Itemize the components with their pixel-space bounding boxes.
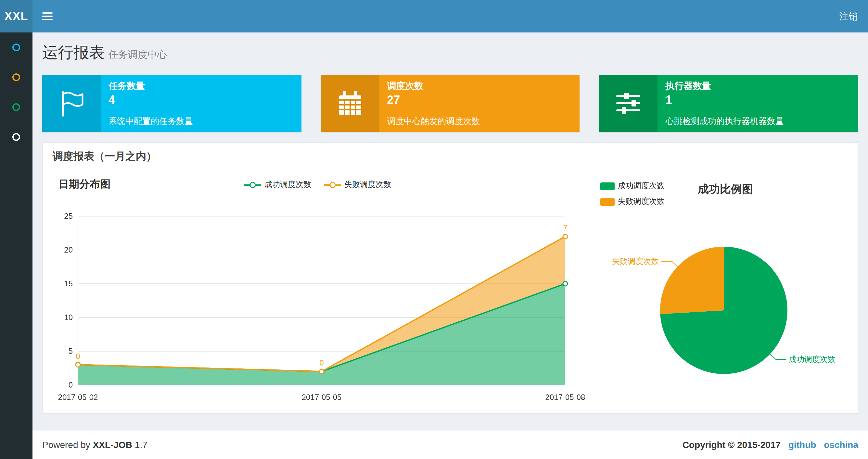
sidebar-item-3[interactable] [0, 92, 32, 122]
svg-text:25: 25 [64, 211, 73, 221]
content-header: 运行报表任务调度中心 [32, 32, 868, 63]
svg-text:20: 20 [64, 245, 73, 254]
hamburger-icon [42, 10, 52, 22]
svg-text:0: 0 [68, 381, 73, 389]
svg-text:0: 0 [319, 358, 323, 367]
sidebar-item-4[interactable] [0, 122, 32, 152]
svg-text:15: 15 [64, 279, 73, 288]
app-window: XXL 注销 运行报表任务调度中心 [0, 0, 868, 459]
footer-copyright: Copyright © 2015-2017 github oschina [683, 439, 858, 450]
pie-legend-icon [600, 182, 615, 190]
oschina-link[interactable]: oschina [824, 439, 858, 450]
footer: Powered by XXL-JOB 1.7 Copyright © 2015-… [32, 430, 868, 459]
svg-text:7: 7 [563, 223, 567, 232]
svg-text:2017-05-08: 2017-05-08 [546, 393, 585, 401]
svg-text:成功调度次数: 成功调度次数 [789, 355, 836, 364]
brand-text: XXL-JOB [93, 439, 132, 450]
logout-link[interactable]: 注销 [829, 0, 868, 32]
success-ratio-chart: 成功调度次数失败调度次数 [586, 220, 851, 379]
pie-chart-title: 成功比例图 [698, 182, 753, 197]
page-title-text: 运行报表 [42, 43, 104, 61]
info-box-value: 27 [387, 94, 572, 107]
line-legend-icon [324, 181, 341, 189]
info-box-description: 系统中配置的任务数量 [108, 116, 293, 127]
report-panel: 调度报表（一月之内） 日期分布图 成功调度次数 [42, 142, 858, 414]
page-subtitle: 任务调度中心 [108, 49, 167, 60]
sidebar [0, 32, 32, 459]
main-content: 运行报表任务调度中心 任务数量 4 系统中配置的任务数量 [32, 32, 868, 459]
version-text: 1.7 [135, 439, 148, 450]
circle-icon [12, 133, 20, 141]
info-box-content: 调度次数 27 调度中心触发的调度次数 [379, 75, 580, 132]
success-ratio-section: 成功调度次数 失败调度次数 成功比例图 成功调度次数失败调度次数 [586, 178, 851, 406]
app-logo[interactable]: XXL [0, 0, 32, 32]
legend-label: 成功调度次数 [265, 179, 311, 190]
line-legend-icon [244, 181, 261, 189]
line-chart-title: 日期分布图 [50, 178, 111, 190]
legend-item-success[interactable]: 成功调度次数 [244, 179, 311, 190]
info-box-label: 执行器数量 [665, 80, 850, 92]
top-navbar: XXL 注销 [0, 0, 868, 32]
circle-icon [12, 103, 20, 111]
sidebar-toggle-button[interactable] [32, 0, 62, 32]
calendar-icon [321, 75, 379, 132]
flag-icon [42, 75, 101, 132]
info-box-description: 心跳检测成功的执行器机器数量 [665, 116, 850, 127]
svg-text:失败调度次数: 失败调度次数 [612, 257, 659, 265]
legend-item-fail[interactable]: 失败调度次数 [324, 179, 391, 190]
circle-icon [12, 43, 20, 51]
sliders-icon [599, 75, 658, 132]
info-box-task-count: 任务数量 4 系统中配置的任务数量 [42, 75, 301, 132]
info-box-content: 任务数量 4 系统中配置的任务数量 [101, 75, 301, 132]
date-distribution-chart: 05101520252017-05-022017-05-052017-05-08… [50, 197, 582, 406]
sidebar-item-2[interactable] [0, 62, 32, 92]
footer-powered-by: Powered by XXL-JOB 1.7 [42, 439, 148, 450]
info-box-executor-count: 执行器数量 1 心跳检测成功的执行器机器数量 [599, 75, 858, 132]
github-link[interactable]: github [788, 439, 816, 450]
svg-text:2017-05-05: 2017-05-05 [302, 393, 342, 401]
copyright-text: Copyright © 2015-2017 [683, 439, 781, 450]
svg-text:2017-05-02: 2017-05-02 [58, 393, 98, 401]
panel-title: 调度报表（一月之内） [43, 143, 858, 171]
pie-legend-icon [600, 198, 615, 205]
pie-chart-legend: 成功调度次数 失败调度次数 [600, 181, 664, 207]
svg-text:5: 5 [68, 347, 73, 356]
info-box-label: 调度次数 [387, 80, 572, 92]
legend-item-success[interactable]: 成功调度次数 [600, 181, 664, 192]
sidebar-item-1[interactable] [0, 32, 32, 62]
legend-label: 失败调度次数 [618, 196, 664, 207]
info-box-value: 4 [108, 94, 293, 107]
info-box-value: 1 [665, 94, 850, 107]
date-distribution-section: 日期分布图 成功调度次数 [50, 178, 586, 406]
panel-body: 日期分布图 成功调度次数 [43, 171, 858, 413]
line-chart-header: 日期分布图 成功调度次数 [50, 178, 586, 197]
info-box-content: 执行器数量 1 心跳检测成功的执行器机器数量 [658, 75, 858, 132]
legend-item-fail[interactable]: 失败调度次数 [600, 196, 664, 207]
legend-label: 成功调度次数 [618, 181, 664, 192]
svg-text:10: 10 [64, 313, 73, 322]
line-chart-legend: 成功调度次数 失败调度次数 [244, 179, 391, 190]
info-box-row: 任务数量 4 系统中配置的任务数量 [42, 75, 858, 132]
svg-text:0: 0 [76, 352, 80, 361]
info-box-label: 任务数量 [108, 80, 293, 92]
page-title: 运行报表任务调度中心 [42, 42, 858, 63]
legend-label: 失败调度次数 [344, 179, 391, 190]
info-box-description: 调度中心触发的调度次数 [387, 116, 572, 127]
info-box-trigger-count: 调度次数 27 调度中心触发的调度次数 [321, 75, 580, 132]
circle-icon [12, 73, 20, 81]
pie-chart-header: 成功调度次数 失败调度次数 成功比例图 [586, 178, 851, 220]
powered-by-text: Powered by [42, 439, 90, 450]
